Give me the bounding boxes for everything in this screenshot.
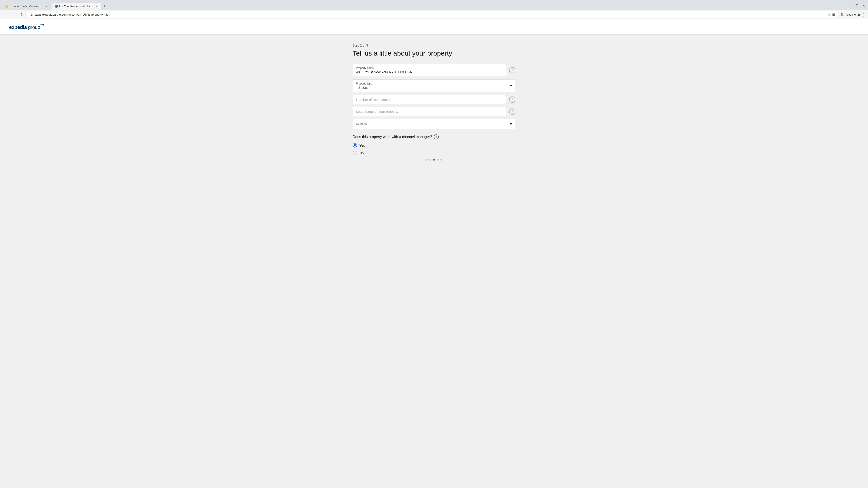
tab2-favicon: 🔵: [55, 5, 58, 8]
tab1-close[interactable]: ✕: [45, 4, 49, 8]
page-header: expedia group™: [0, 19, 868, 35]
legal-name-info-icon[interactable]: i: [509, 108, 515, 115]
sidebar-icon[interactable]: ▣: [832, 12, 835, 17]
property-type-value: --Select--: [356, 86, 370, 90]
logo-trademark: ™: [40, 23, 44, 28]
browser-menu-button[interactable]: ⋮: [862, 12, 866, 17]
channel-manager-no-label: No: [360, 151, 364, 155]
currency-left: Currency: [356, 122, 367, 126]
incognito-icon: 🕵: [840, 13, 844, 16]
expedia-logo: expedia group™: [9, 23, 859, 30]
tab2-label: List Your Property with Expedia...: [59, 5, 93, 8]
page-content: Step 2 of 3 Tell us a little about your …: [348, 35, 520, 178]
profile-badge[interactable]: 🕵 Incognito (2): [840, 13, 860, 16]
tab-group: 🟡 Expedia Travel: Vacation Home... ✕ 🔵 L…: [2, 1, 107, 10]
channel-manager-yes-option[interactable]: Yes: [352, 143, 515, 148]
address-bar[interactable]: 🔒 apps.expediapartnercentral.com/en_US/l…: [27, 11, 839, 18]
channel-manager-no-radio[interactable]: [352, 151, 357, 155]
url-display: apps.expediapartnercentral.com/en_US/lis…: [35, 13, 825, 16]
rooms-units-info-icon[interactable]: i: [509, 96, 515, 103]
tab-1[interactable]: 🟡 Expedia Travel: Vacation Home... ✕: [2, 3, 52, 10]
currency-field[interactable]: Currency ▾: [352, 119, 515, 129]
channel-manager-no-option[interactable]: No: [352, 151, 515, 155]
title-bar: 🟡 Expedia Travel: Vacation Home... ✕ 🔵 L…: [0, 0, 868, 10]
legal-name-placeholder: Legal name of your property: [356, 109, 399, 113]
progress-dot-2: [430, 159, 431, 161]
channel-manager-info-icon[interactable]: i: [434, 134, 439, 139]
page-title: Tell us a little about your property: [352, 50, 515, 57]
property-type-group: Property type --Select-- ▾: [352, 79, 515, 92]
property-name-field[interactable]: Property name 40 E 7th St New York NY 10…: [352, 64, 507, 76]
tab2-close[interactable]: ✕: [94, 4, 98, 8]
property-name-group: Property name 40 E 7th St New York NY 10…: [352, 64, 515, 76]
lock-icon: 🔒: [30, 13, 33, 16]
rooms-units-field[interactable]: Number of rooms/units: [352, 95, 507, 104]
progress-dot-4: [437, 159, 438, 161]
window-controls: — ❐ ✕: [848, 3, 866, 8]
step-label: Step 2 of 3: [352, 43, 515, 47]
close-button[interactable]: ✕: [861, 3, 866, 8]
channel-manager-question: Does this property work with a channel m…: [352, 134, 515, 139]
progress-dots: [352, 155, 515, 164]
legal-name-group: Legal name of your property i: [352, 107, 515, 116]
logo-expedia: expedia: [9, 24, 27, 30]
bookmark-icon[interactable]: ☆: [827, 12, 830, 17]
channel-manager-options: Yes No: [352, 143, 515, 155]
property-name-info-icon[interactable]: i: [509, 67, 515, 73]
progress-dot-3: [433, 159, 435, 161]
channel-manager-section: Does this property work with a channel m…: [352, 134, 515, 155]
progress-dot-1: [426, 159, 428, 161]
forward-button[interactable]: →: [10, 11, 17, 18]
currency-label: Currency: [356, 122, 367, 125]
back-button[interactable]: ←: [2, 11, 8, 18]
property-type-left: Property type --Select--: [356, 82, 372, 90]
legal-name-field[interactable]: Legal name of your property: [352, 107, 507, 116]
property-name-value: 40 E 7th St New York NY 10003 USA: [356, 70, 412, 74]
reload-button[interactable]: ↻: [19, 11, 25, 18]
browser-chrome: 🟡 Expedia Travel: Vacation Home... ✕ 🔵 L…: [0, 0, 868, 19]
channel-manager-question-text: Does this property work with a channel m…: [352, 135, 432, 139]
property-type-arrow-icon: ▾: [510, 84, 512, 88]
currency-arrow-icon: ▾: [510, 122, 512, 127]
logo-group: group: [28, 24, 40, 30]
currency-group: Currency ▾: [352, 119, 515, 129]
maximize-button[interactable]: ❐: [855, 3, 860, 8]
channel-manager-yes-radio[interactable]: [352, 143, 357, 148]
tab1-favicon: 🟡: [5, 5, 8, 8]
property-type-label: Property type: [356, 82, 372, 85]
rooms-units-placeholder: Number of rooms/units: [356, 98, 391, 101]
tabs-row: 🟡 Expedia Travel: Vacation Home... ✕ 🔵 L…: [2, 1, 107, 10]
rooms-units-group: Number of rooms/units i: [352, 95, 515, 104]
channel-manager-yes-label: Yes: [360, 143, 365, 147]
new-tab-button[interactable]: +: [101, 3, 107, 9]
minimize-button[interactable]: —: [848, 3, 852, 8]
tab-2[interactable]: 🔵 List Your Property with Expedia... ✕: [52, 3, 101, 10]
property-name-label: Property name: [356, 66, 503, 70]
tab1-label: Expedia Travel: Vacation Home...: [9, 5, 43, 8]
profile-label: Incognito (2): [845, 13, 860, 16]
property-type-field[interactable]: Property type --Select-- ▾: [352, 79, 515, 92]
progress-dot-5: [440, 159, 442, 161]
omnibar-row: ← → ↻ 🔒 apps.expediapartnercentral.com/e…: [0, 10, 868, 19]
